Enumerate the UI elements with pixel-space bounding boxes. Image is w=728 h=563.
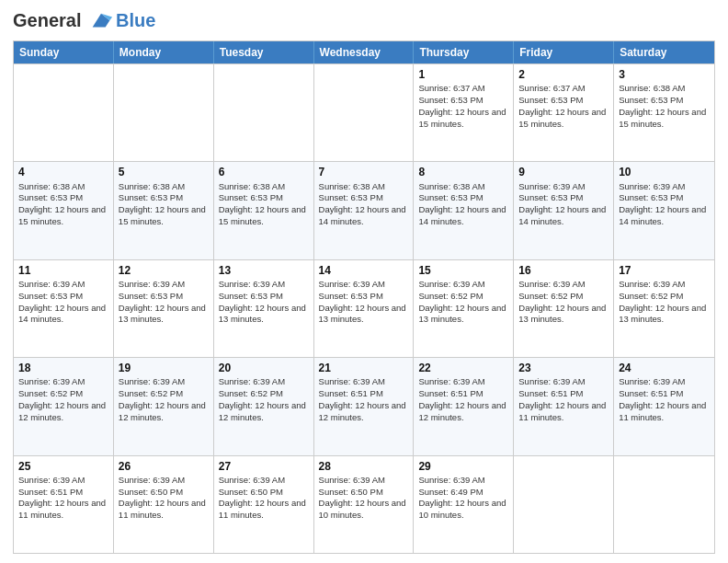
day-number: 4 (18, 165, 108, 179)
day-info: Sunrise: 6:39 AM Sunset: 6:53 PM Dayligh… (619, 181, 706, 226)
day-number: 29 (418, 459, 508, 474)
day-info: Sunrise: 6:39 AM Sunset: 6:51 PM Dayligh… (319, 376, 406, 421)
day-number: 9 (518, 165, 609, 179)
day-number: 6 (219, 165, 309, 179)
logo-general: General (13, 10, 81, 30)
day-number: 15 (418, 263, 508, 278)
calendar-cell-5-2: 26Sunrise: 6:39 AM Sunset: 6:50 PM Dayli… (114, 456, 214, 553)
calendar-cell-3-7: 17Sunrise: 6:39 AM Sunset: 6:52 PM Dayli… (614, 260, 714, 357)
day-number: 25 (18, 459, 108, 474)
day-info: Sunrise: 6:39 AM Sunset: 6:52 PM Dayligh… (418, 279, 506, 324)
calendar-cell-4-7: 24Sunrise: 6:39 AM Sunset: 6:51 PM Dayli… (614, 358, 714, 454)
day-info: Sunrise: 6:39 AM Sunset: 6:53 PM Dayligh… (119, 279, 206, 324)
logo: General Blue (13, 9, 155, 35)
day-info: Sunrise: 6:38 AM Sunset: 6:53 PM Dayligh… (219, 181, 306, 226)
calendar-cell-5-7 (614, 456, 714, 553)
day-number: 28 (319, 459, 409, 474)
day-number: 10 (619, 165, 710, 179)
day-info: Sunrise: 6:39 AM Sunset: 6:53 PM Dayligh… (319, 279, 406, 324)
day-number: 19 (119, 361, 209, 375)
day-info: Sunrise: 6:39 AM Sunset: 6:52 PM Dayligh… (518, 279, 606, 324)
day-info: Sunrise: 6:39 AM Sunset: 6:52 PM Dayligh… (619, 279, 706, 324)
calendar-cell-2-2: 5Sunrise: 6:38 AM Sunset: 6:53 PM Daylig… (114, 162, 214, 259)
calendar-cell-5-3: 27Sunrise: 6:39 AM Sunset: 6:50 PM Dayli… (214, 456, 314, 553)
calendar-cell-2-5: 8Sunrise: 6:38 AM Sunset: 6:53 PM Daylig… (414, 162, 514, 259)
calendar-cell-2-3: 6Sunrise: 6:38 AM Sunset: 6:53 PM Daylig… (214, 162, 314, 259)
day-number: 23 (518, 361, 609, 375)
day-info: Sunrise: 6:39 AM Sunset: 6:52 PM Dayligh… (119, 376, 206, 421)
calendar-cell-2-6: 9Sunrise: 6:39 AM Sunset: 6:53 PM Daylig… (514, 162, 614, 259)
calendar-cell-2-1: 4Sunrise: 6:38 AM Sunset: 6:53 PM Daylig… (14, 162, 114, 259)
calendar-cell-5-1: 25Sunrise: 6:39 AM Sunset: 6:51 PM Dayli… (14, 456, 114, 553)
day-number: 5 (119, 165, 209, 179)
calendar-cell-5-5: 29Sunrise: 6:39 AM Sunset: 6:49 PM Dayli… (414, 456, 514, 553)
calendar-body: 1Sunrise: 6:37 AM Sunset: 6:53 PM Daylig… (14, 63, 714, 553)
day-info: Sunrise: 6:39 AM Sunset: 6:53 PM Dayligh… (219, 279, 306, 324)
day-number: 26 (119, 459, 209, 474)
calendar-cell-3-3: 13Sunrise: 6:39 AM Sunset: 6:53 PM Dayli… (214, 260, 314, 357)
weekday-header-sunday: Sunday (14, 41, 114, 63)
calendar-cell-4-4: 21Sunrise: 6:39 AM Sunset: 6:51 PM Dayli… (314, 358, 415, 454)
weekday-header-thursday: Thursday (414, 41, 514, 63)
day-number: 11 (18, 263, 108, 278)
calendar: SundayMondayTuesdayWednesdayThursdayFrid… (13, 40, 715, 554)
calendar-cell-4-6: 23Sunrise: 6:39 AM Sunset: 6:51 PM Dayli… (514, 358, 614, 454)
day-number: 14 (319, 263, 409, 278)
day-info: Sunrise: 6:37 AM Sunset: 6:53 PM Dayligh… (518, 83, 606, 128)
calendar-row-5: 25Sunrise: 6:39 AM Sunset: 6:51 PM Dayli… (14, 455, 714, 553)
logo-bird-icon (88, 9, 114, 35)
day-info: Sunrise: 6:39 AM Sunset: 6:50 PM Dayligh… (219, 475, 306, 520)
day-info: Sunrise: 6:39 AM Sunset: 6:51 PM Dayligh… (619, 376, 706, 421)
calendar-cell-2-4: 7Sunrise: 6:38 AM Sunset: 6:53 PM Daylig… (314, 162, 415, 259)
calendar-cell-5-4: 28Sunrise: 6:39 AM Sunset: 6:50 PM Dayli… (314, 456, 415, 553)
calendar-cell-1-1 (14, 64, 114, 161)
calendar-cell-4-2: 19Sunrise: 6:39 AM Sunset: 6:52 PM Dayli… (114, 358, 214, 454)
day-info: Sunrise: 6:38 AM Sunset: 6:53 PM Dayligh… (18, 181, 106, 226)
day-number: 21 (319, 361, 409, 375)
day-number: 18 (18, 361, 108, 375)
weekday-header-saturday: Saturday (614, 41, 714, 63)
day-number: 13 (219, 263, 309, 278)
day-info: Sunrise: 6:38 AM Sunset: 6:53 PM Dayligh… (418, 181, 506, 226)
calendar-cell-3-2: 12Sunrise: 6:39 AM Sunset: 6:53 PM Dayli… (114, 260, 214, 357)
day-info: Sunrise: 6:39 AM Sunset: 6:52 PM Dayligh… (18, 376, 106, 421)
day-number: 1 (418, 67, 508, 82)
day-number: 24 (619, 361, 710, 375)
day-number: 17 (619, 263, 710, 278)
calendar-cell-3-6: 16Sunrise: 6:39 AM Sunset: 6:52 PM Dayli… (514, 260, 614, 357)
calendar-cell-4-5: 22Sunrise: 6:39 AM Sunset: 6:51 PM Dayli… (414, 358, 514, 454)
day-info: Sunrise: 6:37 AM Sunset: 6:53 PM Dayligh… (418, 83, 506, 128)
day-number: 27 (219, 459, 309, 474)
day-info: Sunrise: 6:39 AM Sunset: 6:51 PM Dayligh… (18, 475, 106, 520)
day-info: Sunrise: 6:39 AM Sunset: 6:52 PM Dayligh… (219, 376, 306, 421)
day-number: 2 (518, 67, 609, 82)
calendar-row-2: 4Sunrise: 6:38 AM Sunset: 6:53 PM Daylig… (14, 161, 714, 259)
day-number: 3 (619, 67, 710, 82)
page-header: General Blue (13, 9, 715, 35)
calendar-cell-1-3 (214, 64, 314, 161)
calendar-cell-3-4: 14Sunrise: 6:39 AM Sunset: 6:53 PM Dayli… (314, 260, 415, 357)
day-number: 16 (518, 263, 609, 278)
day-info: Sunrise: 6:39 AM Sunset: 6:50 PM Dayligh… (119, 475, 206, 520)
calendar-cell-3-1: 11Sunrise: 6:39 AM Sunset: 6:53 PM Dayli… (14, 260, 114, 357)
weekday-header-monday: Monday (114, 41, 214, 63)
day-info: Sunrise: 6:39 AM Sunset: 6:50 PM Dayligh… (319, 475, 406, 520)
calendar-cell-4-1: 18Sunrise: 6:39 AM Sunset: 6:52 PM Dayli… (14, 358, 114, 454)
day-info: Sunrise: 6:39 AM Sunset: 6:49 PM Dayligh… (418, 475, 506, 520)
day-info: Sunrise: 6:39 AM Sunset: 6:51 PM Dayligh… (418, 376, 506, 421)
day-number: 20 (219, 361, 309, 375)
calendar-row-3: 11Sunrise: 6:39 AM Sunset: 6:53 PM Dayli… (14, 259, 714, 357)
day-number: 22 (418, 361, 508, 375)
day-info: Sunrise: 6:39 AM Sunset: 6:53 PM Dayligh… (518, 181, 606, 226)
calendar-row-4: 18Sunrise: 6:39 AM Sunset: 6:52 PM Dayli… (14, 357, 714, 454)
weekday-header-wednesday: Wednesday (314, 41, 415, 63)
calendar-cell-4-3: 20Sunrise: 6:39 AM Sunset: 6:52 PM Dayli… (214, 358, 314, 454)
calendar-header: SundayMondayTuesdayWednesdayThursdayFrid… (14, 41, 714, 63)
weekday-header-tuesday: Tuesday (214, 41, 314, 63)
calendar-cell-3-5: 15Sunrise: 6:39 AM Sunset: 6:52 PM Dayli… (414, 260, 514, 357)
calendar-cell-1-7: 3Sunrise: 6:38 AM Sunset: 6:53 PM Daylig… (614, 64, 714, 161)
day-number: 8 (418, 165, 508, 179)
day-info: Sunrise: 6:38 AM Sunset: 6:53 PM Dayligh… (619, 83, 706, 128)
calendar-cell-1-4 (314, 64, 415, 161)
calendar-cell-5-6 (514, 456, 614, 553)
